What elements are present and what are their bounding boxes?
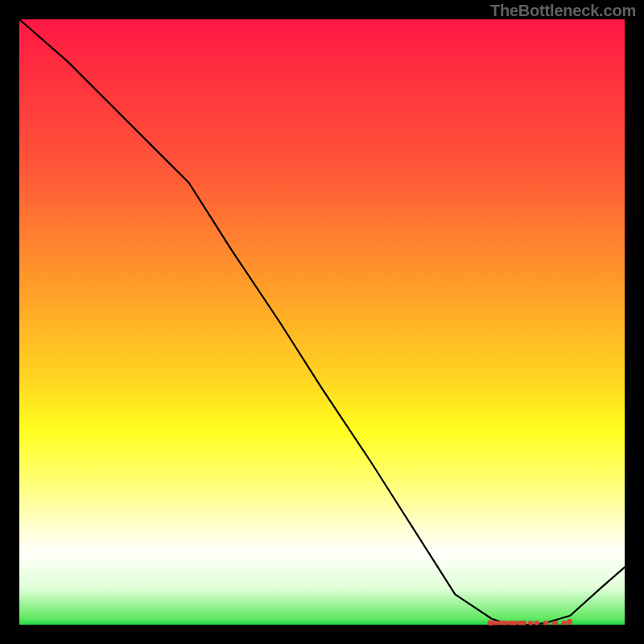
marker-dot xyxy=(567,619,572,625)
marker-dash xyxy=(552,621,558,625)
marker-dash xyxy=(543,621,549,625)
marker-dash xyxy=(534,621,539,625)
plot-area xyxy=(19,19,625,625)
marker-dash xyxy=(499,621,509,625)
marker-dash xyxy=(517,621,526,625)
marker-dash xyxy=(508,621,518,625)
marker-dash xyxy=(489,621,499,625)
chart-container: TheBottleneck.com xyxy=(0,0,644,644)
marker-dash xyxy=(561,621,567,625)
marker-layer xyxy=(488,619,572,625)
bottleneck-line xyxy=(19,19,625,625)
marker-dash xyxy=(528,621,534,625)
watermark-text: TheBottleneck.com xyxy=(490,2,636,20)
chart-svg xyxy=(19,19,625,625)
